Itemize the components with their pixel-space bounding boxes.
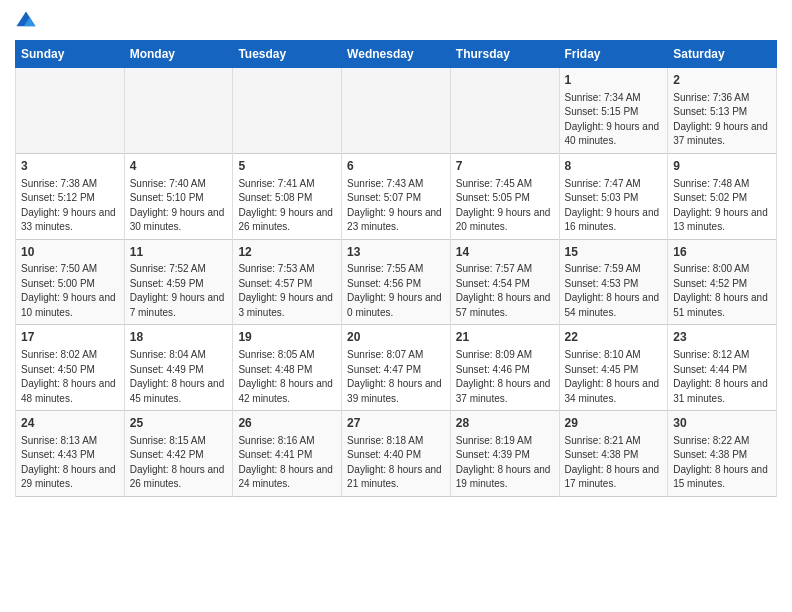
day-info: Sunrise: 7:48 AM Sunset: 5:02 PM Dayligh… bbox=[673, 177, 771, 235]
calendar-table: SundayMondayTuesdayWednesdayThursdayFrid… bbox=[15, 40, 777, 497]
day-cell: 7Sunrise: 7:45 AM Sunset: 5:05 PM Daylig… bbox=[450, 153, 559, 239]
day-number: 3 bbox=[21, 158, 119, 175]
day-cell: 24Sunrise: 8:13 AM Sunset: 4:43 PM Dayli… bbox=[16, 411, 125, 497]
day-cell bbox=[342, 68, 451, 154]
day-number: 1 bbox=[565, 72, 663, 89]
day-cell: 28Sunrise: 8:19 AM Sunset: 4:39 PM Dayli… bbox=[450, 411, 559, 497]
day-cell: 30Sunrise: 8:22 AM Sunset: 4:38 PM Dayli… bbox=[668, 411, 777, 497]
day-cell: 18Sunrise: 8:04 AM Sunset: 4:49 PM Dayli… bbox=[124, 325, 233, 411]
day-number: 18 bbox=[130, 329, 228, 346]
day-cell bbox=[124, 68, 233, 154]
col-header-tuesday: Tuesday bbox=[233, 41, 342, 68]
logo-icon bbox=[15, 10, 37, 32]
day-info: Sunrise: 8:21 AM Sunset: 4:38 PM Dayligh… bbox=[565, 434, 663, 492]
day-cell: 5Sunrise: 7:41 AM Sunset: 5:08 PM Daylig… bbox=[233, 153, 342, 239]
day-cell: 6Sunrise: 7:43 AM Sunset: 5:07 PM Daylig… bbox=[342, 153, 451, 239]
day-cell: 2Sunrise: 7:36 AM Sunset: 5:13 PM Daylig… bbox=[668, 68, 777, 154]
day-number: 27 bbox=[347, 415, 445, 432]
day-cell bbox=[450, 68, 559, 154]
week-row-1: 1Sunrise: 7:34 AM Sunset: 5:15 PM Daylig… bbox=[16, 68, 777, 154]
day-info: Sunrise: 7:36 AM Sunset: 5:13 PM Dayligh… bbox=[673, 91, 771, 149]
day-cell bbox=[233, 68, 342, 154]
day-number: 11 bbox=[130, 244, 228, 261]
day-number: 10 bbox=[21, 244, 119, 261]
col-header-saturday: Saturday bbox=[668, 41, 777, 68]
week-row-2: 3Sunrise: 7:38 AM Sunset: 5:12 PM Daylig… bbox=[16, 153, 777, 239]
day-info: Sunrise: 7:52 AM Sunset: 4:59 PM Dayligh… bbox=[130, 262, 228, 320]
day-number: 28 bbox=[456, 415, 554, 432]
week-row-4: 17Sunrise: 8:02 AM Sunset: 4:50 PM Dayli… bbox=[16, 325, 777, 411]
day-number: 14 bbox=[456, 244, 554, 261]
day-number: 8 bbox=[565, 158, 663, 175]
day-info: Sunrise: 7:38 AM Sunset: 5:12 PM Dayligh… bbox=[21, 177, 119, 235]
day-number: 9 bbox=[673, 158, 771, 175]
day-number: 16 bbox=[673, 244, 771, 261]
day-cell: 21Sunrise: 8:09 AM Sunset: 4:46 PM Dayli… bbox=[450, 325, 559, 411]
day-number: 6 bbox=[347, 158, 445, 175]
page-container: SundayMondayTuesdayWednesdayThursdayFrid… bbox=[0, 0, 792, 507]
day-info: Sunrise: 8:22 AM Sunset: 4:38 PM Dayligh… bbox=[673, 434, 771, 492]
day-info: Sunrise: 7:50 AM Sunset: 5:00 PM Dayligh… bbox=[21, 262, 119, 320]
day-number: 12 bbox=[238, 244, 336, 261]
day-cell: 17Sunrise: 8:02 AM Sunset: 4:50 PM Dayli… bbox=[16, 325, 125, 411]
day-number: 4 bbox=[130, 158, 228, 175]
day-cell bbox=[16, 68, 125, 154]
calendar-header-row: SundayMondayTuesdayWednesdayThursdayFrid… bbox=[16, 41, 777, 68]
day-number: 19 bbox=[238, 329, 336, 346]
day-info: Sunrise: 8:10 AM Sunset: 4:45 PM Dayligh… bbox=[565, 348, 663, 406]
day-cell: 29Sunrise: 8:21 AM Sunset: 4:38 PM Dayli… bbox=[559, 411, 668, 497]
day-cell: 26Sunrise: 8:16 AM Sunset: 4:41 PM Dayli… bbox=[233, 411, 342, 497]
day-cell: 27Sunrise: 8:18 AM Sunset: 4:40 PM Dayli… bbox=[342, 411, 451, 497]
col-header-sunday: Sunday bbox=[16, 41, 125, 68]
day-info: Sunrise: 7:41 AM Sunset: 5:08 PM Dayligh… bbox=[238, 177, 336, 235]
col-header-monday: Monday bbox=[124, 41, 233, 68]
day-info: Sunrise: 7:40 AM Sunset: 5:10 PM Dayligh… bbox=[130, 177, 228, 235]
day-cell: 8Sunrise: 7:47 AM Sunset: 5:03 PM Daylig… bbox=[559, 153, 668, 239]
day-info: Sunrise: 7:43 AM Sunset: 5:07 PM Dayligh… bbox=[347, 177, 445, 235]
day-cell: 14Sunrise: 7:57 AM Sunset: 4:54 PM Dayli… bbox=[450, 239, 559, 325]
header bbox=[15, 10, 777, 36]
day-number: 13 bbox=[347, 244, 445, 261]
day-info: Sunrise: 8:09 AM Sunset: 4:46 PM Dayligh… bbox=[456, 348, 554, 406]
day-info: Sunrise: 8:00 AM Sunset: 4:52 PM Dayligh… bbox=[673, 262, 771, 320]
day-cell: 19Sunrise: 8:05 AM Sunset: 4:48 PM Dayli… bbox=[233, 325, 342, 411]
day-info: Sunrise: 8:05 AM Sunset: 4:48 PM Dayligh… bbox=[238, 348, 336, 406]
col-header-wednesday: Wednesday bbox=[342, 41, 451, 68]
day-info: Sunrise: 7:47 AM Sunset: 5:03 PM Dayligh… bbox=[565, 177, 663, 235]
day-number: 5 bbox=[238, 158, 336, 175]
day-info: Sunrise: 7:45 AM Sunset: 5:05 PM Dayligh… bbox=[456, 177, 554, 235]
day-number: 15 bbox=[565, 244, 663, 261]
day-info: Sunrise: 7:34 AM Sunset: 5:15 PM Dayligh… bbox=[565, 91, 663, 149]
day-number: 29 bbox=[565, 415, 663, 432]
day-number: 17 bbox=[21, 329, 119, 346]
day-info: Sunrise: 8:18 AM Sunset: 4:40 PM Dayligh… bbox=[347, 434, 445, 492]
day-info: Sunrise: 8:16 AM Sunset: 4:41 PM Dayligh… bbox=[238, 434, 336, 492]
day-cell: 4Sunrise: 7:40 AM Sunset: 5:10 PM Daylig… bbox=[124, 153, 233, 239]
week-row-5: 24Sunrise: 8:13 AM Sunset: 4:43 PM Dayli… bbox=[16, 411, 777, 497]
col-header-thursday: Thursday bbox=[450, 41, 559, 68]
day-info: Sunrise: 7:59 AM Sunset: 4:53 PM Dayligh… bbox=[565, 262, 663, 320]
day-info: Sunrise: 8:02 AM Sunset: 4:50 PM Dayligh… bbox=[21, 348, 119, 406]
day-number: 23 bbox=[673, 329, 771, 346]
day-info: Sunrise: 8:19 AM Sunset: 4:39 PM Dayligh… bbox=[456, 434, 554, 492]
day-cell: 20Sunrise: 8:07 AM Sunset: 4:47 PM Dayli… bbox=[342, 325, 451, 411]
day-cell: 3Sunrise: 7:38 AM Sunset: 5:12 PM Daylig… bbox=[16, 153, 125, 239]
week-row-3: 10Sunrise: 7:50 AM Sunset: 5:00 PM Dayli… bbox=[16, 239, 777, 325]
logo bbox=[15, 10, 39, 36]
day-info: Sunrise: 7:57 AM Sunset: 4:54 PM Dayligh… bbox=[456, 262, 554, 320]
day-cell: 16Sunrise: 8:00 AM Sunset: 4:52 PM Dayli… bbox=[668, 239, 777, 325]
day-info: Sunrise: 7:53 AM Sunset: 4:57 PM Dayligh… bbox=[238, 262, 336, 320]
day-number: 25 bbox=[130, 415, 228, 432]
day-number: 22 bbox=[565, 329, 663, 346]
day-cell: 11Sunrise: 7:52 AM Sunset: 4:59 PM Dayli… bbox=[124, 239, 233, 325]
day-cell: 25Sunrise: 8:15 AM Sunset: 4:42 PM Dayli… bbox=[124, 411, 233, 497]
day-info: Sunrise: 8:12 AM Sunset: 4:44 PM Dayligh… bbox=[673, 348, 771, 406]
day-cell: 15Sunrise: 7:59 AM Sunset: 4:53 PM Dayli… bbox=[559, 239, 668, 325]
day-number: 2 bbox=[673, 72, 771, 89]
day-info: Sunrise: 7:55 AM Sunset: 4:56 PM Dayligh… bbox=[347, 262, 445, 320]
day-number: 21 bbox=[456, 329, 554, 346]
day-cell: 10Sunrise: 7:50 AM Sunset: 5:00 PM Dayli… bbox=[16, 239, 125, 325]
day-number: 20 bbox=[347, 329, 445, 346]
day-cell: 22Sunrise: 8:10 AM Sunset: 4:45 PM Dayli… bbox=[559, 325, 668, 411]
day-info: Sunrise: 8:07 AM Sunset: 4:47 PM Dayligh… bbox=[347, 348, 445, 406]
